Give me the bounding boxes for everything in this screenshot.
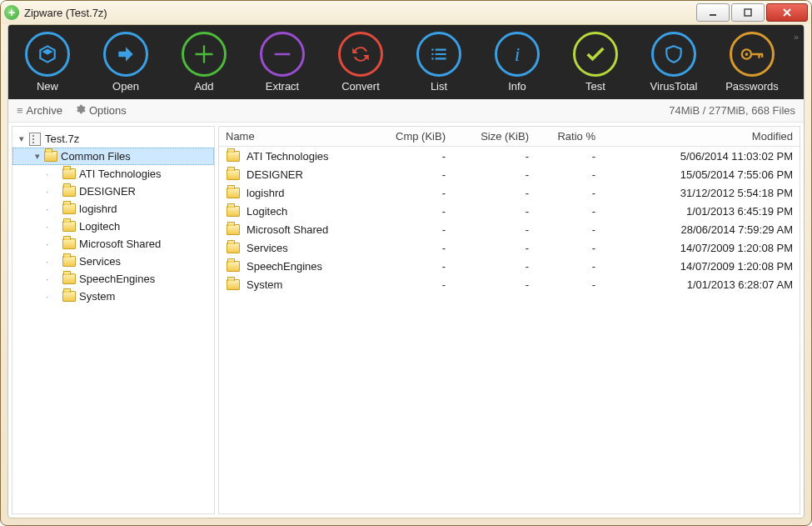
toolbar-label: Passwords <box>725 80 779 93</box>
close-button[interactable] <box>766 3 808 22</box>
tree-item[interactable]: ▾Test.7z <box>12 130 214 148</box>
tree-item[interactable]: ·SpeechEngines <box>12 270 214 288</box>
row-cmp: - <box>369 147 452 166</box>
row-name: Logitech <box>247 205 287 218</box>
table-row[interactable]: Services---14/07/2009 1:20:08 PM <box>219 238 800 257</box>
tree-item-label: DESIGNER <box>79 185 136 198</box>
table-row[interactable]: ATI Technologies---5/06/2014 11:03:02 PM <box>219 147 800 166</box>
row-cmp: - <box>369 183 452 202</box>
tree-item[interactable]: ·Microsoft Shared <box>12 235 214 253</box>
archive-menu[interactable]: ≡ Archive <box>17 104 62 117</box>
col-modified[interactable]: Modified <box>602 127 800 147</box>
tree-item-label: Test.7z <box>45 133 79 145</box>
col-size[interactable]: Size (KiB) <box>452 127 536 147</box>
folder-icon <box>43 149 58 164</box>
folder-icon <box>226 167 241 182</box>
convert-button[interactable]: Convert <box>321 32 400 93</box>
tree-guide: · <box>46 187 48 197</box>
options-menu[interactable]: Options <box>74 103 127 118</box>
folder-icon <box>62 184 77 199</box>
tree-item[interactable]: ·Services <box>12 253 214 270</box>
passwords-button[interactable]: Passwords <box>713 32 791 93</box>
tree-pane[interactable]: ▾Test.7z▾Common Files·ATI Technologies·D… <box>12 126 215 514</box>
tree-item[interactable]: ·System <box>12 288 214 305</box>
info-button[interactable]: iInfo <box>478 32 556 93</box>
tree-toggle-icon[interactable]: ▾ <box>32 151 43 162</box>
archive-icon <box>27 132 42 147</box>
row-ratio: - <box>536 202 602 220</box>
row-cmp: - <box>369 275 452 293</box>
tree-item[interactable]: ▾Common Files <box>12 148 214 165</box>
tree-item-label: logishrd <box>79 203 117 215</box>
folder-icon <box>226 277 241 292</box>
toolbar-label: Convert <box>341 80 380 93</box>
add-button[interactable]: Add <box>165 32 243 93</box>
row-ratio: - <box>536 165 602 183</box>
row-size: - <box>452 257 536 275</box>
status-text: 74MiB / 277MiB, 668 Files <box>669 104 795 117</box>
file-table: Name Cmp (KiB) Size (KiB) Ratio % Modifi… <box>219 127 800 293</box>
row-size: - <box>452 220 536 238</box>
toolbar-overflow-icon[interactable]: » <box>794 32 799 42</box>
open-icon <box>103 32 148 77</box>
add-icon <box>182 32 227 77</box>
row-modified: 28/06/2014 7:59:29 AM <box>602 220 800 238</box>
open-button[interactable]: Open <box>87 32 165 93</box>
extract-button[interactable]: Extract <box>243 32 321 93</box>
table-row[interactable]: DESIGNER---15/05/2014 7:55:06 PM <box>219 165 800 183</box>
list-icon <box>416 32 461 77</box>
toolbar-label: Test <box>585 80 605 93</box>
row-modified: 31/12/2012 5:54:18 PM <box>602 183 800 202</box>
list-pane[interactable]: Name Cmp (KiB) Size (KiB) Ratio % Modifi… <box>218 126 800 514</box>
row-modified: 1/01/2013 6:45:19 PM <box>602 202 800 220</box>
folder-icon <box>226 258 241 273</box>
convert-icon <box>338 32 383 77</box>
folder-icon <box>62 272 77 287</box>
table-row[interactable]: logishrd---31/12/2012 5:54:18 PM <box>219 183 800 202</box>
table-row[interactable]: Logitech---1/01/2013 6:45:19 PM <box>219 202 800 220</box>
new-button[interactable]: New <box>8 32 87 93</box>
table-row[interactable]: SpeechEngines---14/07/2009 1:20:08 PM <box>219 257 800 275</box>
minimize-button[interactable] <box>696 3 730 22</box>
row-ratio: - <box>536 257 602 275</box>
archive-menu-label: Archive <box>27 104 62 117</box>
test-button[interactable]: Test <box>556 32 635 93</box>
row-size: - <box>452 147 536 166</box>
tree-guide: · <box>46 257 48 267</box>
virustotal-button[interactable]: VirusTotal <box>635 32 713 93</box>
tree-guide: · <box>46 274 48 284</box>
table-row[interactable]: Microsoft Shared---28/06/2014 7:59:29 AM <box>219 220 800 238</box>
titlebar[interactable]: + Zipware (Test.7z) <box>1 1 811 24</box>
table-row[interactable]: System---1/01/2013 6:28:07 AM <box>219 275 800 293</box>
tree-toggle-icon[interactable]: ▾ <box>16 133 27 144</box>
tree-item[interactable]: ·DESIGNER <box>12 183 214 200</box>
row-size: - <box>452 275 536 293</box>
row-size: - <box>452 238 536 257</box>
col-cmp[interactable]: Cmp (KiB) <box>369 127 452 147</box>
tree-item-label: Services <box>79 255 121 268</box>
row-modified: 14/07/2009 1:20:08 PM <box>602 257 800 275</box>
tree-item[interactable]: ·logishrd <box>12 200 214 218</box>
list-button[interactable]: List <box>400 32 478 93</box>
maximize-button[interactable] <box>731 3 765 22</box>
tree-item-label: Logitech <box>79 220 120 233</box>
new-icon <box>25 32 70 77</box>
row-ratio: - <box>536 220 602 238</box>
gear-icon <box>74 103 86 118</box>
col-name[interactable]: Name <box>219 127 369 147</box>
row-cmp: - <box>369 202 452 220</box>
tree-item[interactable]: ·Logitech <box>12 218 214 235</box>
svg-rect-1 <box>745 9 751 16</box>
row-ratio: - <box>536 238 602 257</box>
row-size: - <box>452 183 536 202</box>
info-icon: i <box>495 32 540 77</box>
col-ratio[interactable]: Ratio % <box>536 127 602 147</box>
tree-item-label: Common Files <box>61 150 131 163</box>
tree-item[interactable]: ·ATI Technologies <box>12 165 214 183</box>
folder-icon <box>62 237 77 252</box>
row-size: - <box>452 202 536 220</box>
hamburger-icon: ≡ <box>17 104 23 117</box>
row-modified: 5/06/2014 11:03:02 PM <box>602 147 800 166</box>
row-modified: 1/01/2013 6:28:07 AM <box>602 275 800 293</box>
row-size: - <box>452 165 536 183</box>
